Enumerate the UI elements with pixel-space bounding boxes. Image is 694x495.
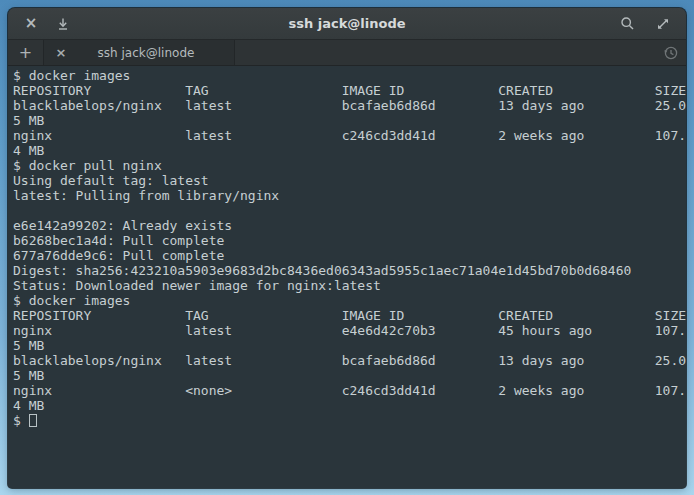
terminal-prompt-line: $	[13, 413, 686, 428]
tab-ssh-session[interactable]: × ssh jack@linode	[44, 40, 235, 65]
shell-prompt: $	[13, 413, 29, 428]
close-window-button[interactable]: ×	[20, 13, 42, 35]
expand-arrows-icon	[656, 17, 670, 31]
close-icon: ×	[25, 16, 38, 31]
tab-close-icon[interactable]: ×	[52, 46, 70, 59]
search-button[interactable]	[616, 13, 638, 35]
session-history-button[interactable]	[656, 40, 686, 65]
history-clock-icon	[663, 45, 679, 61]
maximize-button[interactable]	[652, 13, 674, 35]
terminal-window: × ssh jack@linode	[8, 8, 686, 488]
terminal-screen[interactable]: $ docker images REPOSITORY TAG IMAGE ID …	[8, 66, 686, 488]
window-title: ssh jack@linode	[8, 16, 686, 31]
tab-label: ssh jack@linode	[80, 46, 226, 60]
terminal-output: $ docker images REPOSITORY TAG IMAGE ID …	[13, 68, 686, 413]
titlebar[interactable]: × ssh jack@linode	[8, 8, 686, 40]
search-icon	[620, 16, 635, 31]
download-arrow-icon	[56, 17, 70, 31]
pulldown-terminal-button[interactable]	[52, 13, 74, 35]
plus-icon: +	[19, 43, 32, 62]
tab-bar: + × ssh jack@linode	[8, 40, 686, 66]
new-tab-button[interactable]: +	[8, 40, 44, 65]
terminal-cursor	[29, 414, 37, 427]
